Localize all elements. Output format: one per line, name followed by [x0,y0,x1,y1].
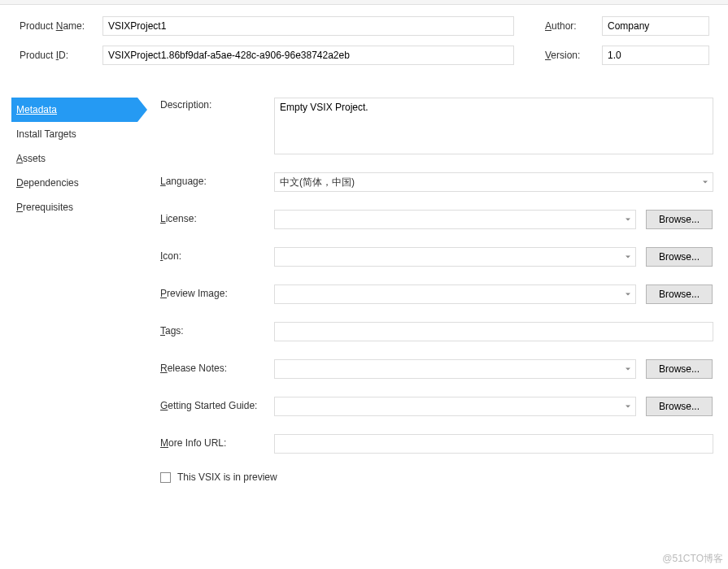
preview-checkbox[interactable] [160,472,171,483]
row-getting-started: Getting Started Guide: Browse... [160,397,713,416]
content-area: Metadata Install Targets Assets Dependen… [0,83,728,483]
product-name-label: Product Name: [13,20,102,32]
chevron-down-icon [626,368,630,371]
header-row-name: Product Name: Author: [13,16,715,36]
row-more-info: More Info URL: [160,434,713,454]
chevron-down-icon [626,406,630,408]
row-description: Description: [160,98,713,154]
sidebar-item-metadata[interactable]: Metadata [11,98,137,122]
chevron-down-icon [626,256,630,258]
sidebar: Metadata Install Targets Assets Dependen… [0,98,137,483]
header-section: Product Name: Author: Product ID: Versio… [0,5,728,83]
tags-input[interactable] [274,322,713,341]
row-preview-checkbox: This VSIX is in preview [160,471,713,483]
author-label: Author: [545,20,602,32]
preview-image-combo[interactable] [274,284,636,304]
row-release-notes: Release Notes: Browse... [160,359,713,379]
row-tags: Tags: [160,322,713,341]
sidebar-item-dependencies[interactable]: Dependencies [11,171,137,195]
release-notes-combo[interactable] [274,359,636,379]
license-combo[interactable] [274,210,636,229]
license-browse-button[interactable]: Browse... [646,210,713,229]
version-label: Version: [545,50,602,61]
description-input[interactable] [274,98,713,154]
getting-started-label: Getting Started Guide: [160,397,274,411]
header-row-id: Product ID: Version: [13,46,715,65]
preview-image-label: Preview Image: [160,284,274,299]
more-info-label: More Info URL: [160,434,274,449]
preview-image-browse-button[interactable]: Browse... [646,284,713,304]
tags-label: Tags: [160,322,274,337]
product-id-label: Product ID: [13,50,102,61]
chevron-down-icon [703,181,708,184]
product-name-input[interactable] [102,16,514,36]
form-area: Description: Language: 中文(简体，中国) License… [137,98,728,483]
watermark: @51CTO博客 [662,552,723,566]
author-input[interactable] [602,16,709,36]
release-notes-browse-button[interactable]: Browse... [646,359,713,379]
getting-started-combo[interactable] [274,397,636,416]
row-license: License: Browse... [160,210,713,229]
chevron-down-icon [626,293,630,296]
language-combo[interactable]: 中文(简体，中国) [274,172,713,192]
version-input[interactable] [602,46,709,65]
sidebar-item-assets[interactable]: Assets [11,146,137,171]
icon-browse-button[interactable]: Browse... [646,247,713,267]
row-language: Language: 中文(简体，中国) [160,172,713,192]
icon-label: Icon: [160,247,274,262]
language-combo-value: 中文(简体，中国) [280,176,355,189]
description-label: Description: [160,98,274,111]
row-icon: Icon: Browse... [160,247,713,267]
icon-combo[interactable] [274,247,636,267]
language-label: Language: [160,172,274,187]
chevron-down-icon [626,219,630,221]
license-label: License: [160,210,274,224]
getting-started-browse-button[interactable]: Browse... [646,397,713,416]
product-id-input[interactable] [102,46,514,65]
release-notes-label: Release Notes: [160,359,274,374]
more-info-input[interactable] [274,434,713,454]
preview-checkbox-label: This VSIX is in preview [177,471,277,483]
row-preview-image: Preview Image: Browse... [160,284,713,304]
sidebar-item-prerequisites[interactable]: Prerequisites [11,195,137,219]
sidebar-item-install-targets[interactable]: Install Targets [11,122,137,146]
